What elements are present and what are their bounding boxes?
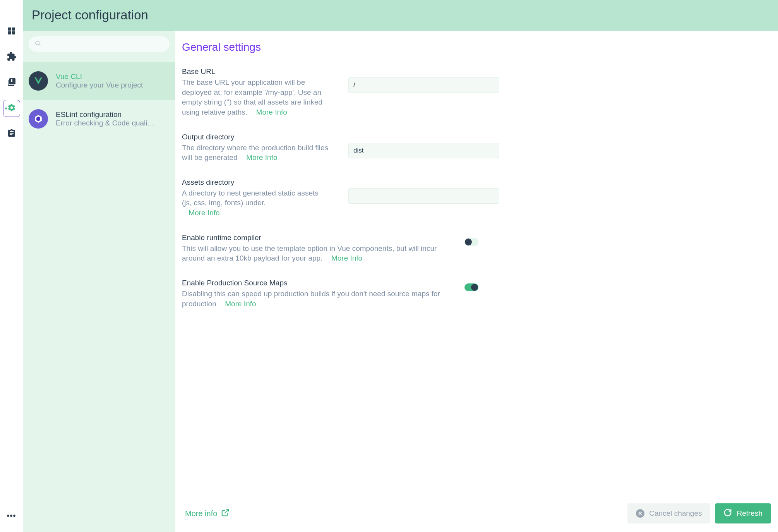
svg-point-4 xyxy=(36,41,39,45)
field-label: Base URL xyxy=(182,67,329,76)
dashboard-icon xyxy=(7,26,16,37)
config-item-subtitle: Configure your Vue project xyxy=(56,81,170,89)
more-horizontal-icon: ••• xyxy=(7,511,16,520)
more-info-link[interactable]: More Info xyxy=(225,299,256,309)
search-box[interactable] xyxy=(29,36,170,52)
runtime-compiler-toggle[interactable] xyxy=(464,238,478,246)
search-input[interactable] xyxy=(44,41,163,48)
open-external-icon xyxy=(221,508,230,519)
field-description: A directory to nest generated static ass… xyxy=(182,188,329,218)
vue-logo-icon xyxy=(29,71,48,91)
field-runtime-compiler: Enable runtime compiler This will allow … xyxy=(182,233,771,263)
svg-rect-3 xyxy=(12,31,15,34)
field-description: Disabling this can speed up production b… xyxy=(182,289,445,309)
collections-icon xyxy=(7,77,16,88)
production-source-maps-toggle[interactable] xyxy=(464,283,478,291)
config-item-subtitle: Error checking & Code quali… xyxy=(56,119,170,127)
clipboard-icon xyxy=(7,129,16,139)
gear-icon xyxy=(7,103,16,113)
page-title: Project configuration xyxy=(32,8,769,22)
field-description: This will allow you to use the template … xyxy=(182,244,445,263)
nav-plugins[interactable] xyxy=(3,49,20,66)
config-item-eslint[interactable]: ESLint configuration Error checking & Co… xyxy=(23,100,175,138)
svg-rect-0 xyxy=(8,27,11,31)
svg-line-13 xyxy=(225,509,229,513)
search-icon xyxy=(35,40,41,48)
nav-configuration[interactable] xyxy=(3,100,20,117)
field-output-dir: Output directory The directory where the… xyxy=(182,133,771,163)
nav-dashboard[interactable] xyxy=(3,23,20,40)
footer-more-info[interactable]: More info xyxy=(185,508,230,519)
svg-line-5 xyxy=(39,44,40,46)
output-dir-input[interactable] xyxy=(348,143,499,158)
svg-rect-2 xyxy=(8,31,11,34)
field-description: The directory where the production build… xyxy=(182,143,329,163)
eslint-logo-icon xyxy=(29,109,48,129)
field-production-source-maps: Enable Production Source Maps Disabling … xyxy=(182,279,771,309)
cancel-changes-button[interactable]: ✕ Cancel changes xyxy=(627,503,710,523)
nav-rail: ••• xyxy=(0,0,23,532)
nav-dependencies[interactable] xyxy=(3,74,20,91)
config-item-title: ESLint configuration xyxy=(56,110,170,119)
field-label: Assets directory xyxy=(182,178,329,187)
more-info-link[interactable]: More Info xyxy=(189,208,219,218)
section-title: General settings xyxy=(182,41,771,53)
refresh-icon xyxy=(723,508,732,519)
field-label: Enable Production Source Maps xyxy=(182,279,445,287)
close-icon: ✕ xyxy=(636,509,644,518)
settings-panel: General settings Base URL The base URL y… xyxy=(175,31,778,532)
field-label: Enable runtime compiler xyxy=(182,233,445,242)
more-info-link[interactable]: More Info xyxy=(256,107,287,117)
config-item-title: Vue CLI xyxy=(56,72,170,81)
field-base-url: Base URL The base URL your application w… xyxy=(182,67,771,117)
puzzle-icon xyxy=(7,51,17,63)
nav-more[interactable]: ••• xyxy=(7,511,16,532)
assets-dir-input[interactable] xyxy=(348,188,499,204)
more-info-link[interactable]: More Info xyxy=(331,253,362,263)
field-assets-dir: Assets directory A directory to nest gen… xyxy=(182,178,771,218)
config-item-vue-cli[interactable]: Vue CLI Configure your Vue project xyxy=(23,62,175,100)
more-info-link[interactable]: More Info xyxy=(246,153,277,163)
refresh-button[interactable]: Refresh xyxy=(715,503,771,523)
svg-rect-1 xyxy=(12,27,15,31)
field-label: Output directory xyxy=(182,133,329,141)
field-description: The base URL your application will be de… xyxy=(182,77,329,117)
nav-tasks[interactable] xyxy=(3,125,20,142)
page-header: Project configuration xyxy=(23,0,778,31)
config-list: Vue CLI Configure your Vue project ESLin… xyxy=(23,31,175,532)
footer: More info ✕ Cancel changes Refresh xyxy=(175,496,778,532)
base-url-input[interactable] xyxy=(348,77,499,93)
